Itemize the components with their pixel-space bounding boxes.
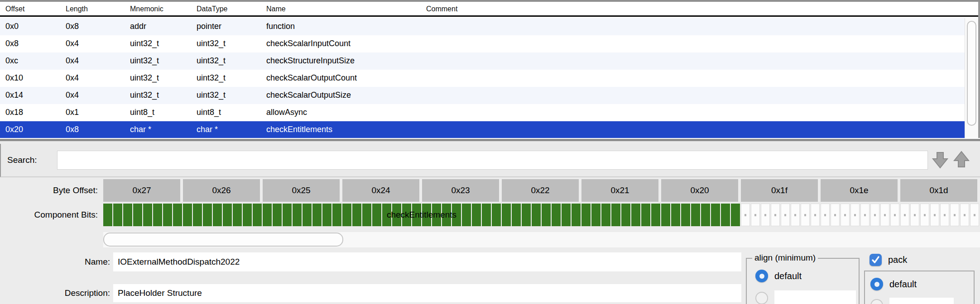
component-bit-filled[interactable]: [701, 204, 710, 226]
table-row-selected[interactable]: 0x20 0x8 char * char * checkEntitlements: [0, 121, 965, 138]
byte-offset-cell[interactable]: 0x22: [502, 179, 579, 202]
component-bit-empty[interactable]: [910, 204, 919, 226]
component-bit-filled[interactable]: [233, 204, 242, 226]
component-bit-filled[interactable]: [422, 204, 431, 226]
column-header-mnemonic[interactable]: Mnemonic: [130, 5, 163, 13]
radio-unselected-icon[interactable]: [870, 299, 883, 304]
component-bit-filled[interactable]: [332, 204, 341, 226]
component-bit-filled[interactable]: [312, 204, 322, 226]
pack-value-field[interactable]: [889, 298, 954, 304]
component-bit-filled[interactable]: [572, 204, 581, 226]
horizontal-scrollbar[interactable]: [103, 232, 980, 247]
component-bit-empty[interactable]: [890, 204, 899, 226]
component-bit-filled[interactable]: [651, 204, 660, 226]
component-bit-filled[interactable]: [621, 204, 630, 226]
column-header-datatype[interactable]: DataType: [197, 5, 227, 13]
component-bit-filled[interactable]: [123, 204, 132, 226]
name-field[interactable]: [113, 252, 741, 271]
component-bit-empty[interactable]: [880, 204, 889, 226]
component-bit-filled[interactable]: [721, 204, 730, 226]
byte-offset-cell[interactable]: 0x1d: [900, 179, 977, 202]
search-input[interactable]: [57, 151, 928, 170]
component-bit-filled[interactable]: [303, 204, 312, 226]
component-bit-filled[interactable]: [691, 204, 700, 226]
component-bit-filled[interactable]: [273, 204, 282, 226]
component-bit-filled[interactable]: [103, 204, 112, 226]
byte-offset-cell[interactable]: 0x24: [342, 179, 419, 202]
table-row[interactable]: 0x0 0x8 addr pointer function: [0, 18, 965, 35]
search-previous-button[interactable]: [951, 150, 971, 170]
component-bit-filled[interactable]: [322, 204, 331, 226]
component-bit-filled[interactable]: [631, 204, 640, 226]
column-header-offset[interactable]: Offset: [5, 5, 24, 13]
component-bit-filled[interactable]: [611, 204, 620, 226]
byte-offset-cell[interactable]: 0x23: [422, 179, 499, 202]
vertical-scrollbar[interactable]: [965, 18, 978, 138]
component-bit-filled[interactable]: [581, 204, 591, 226]
component-bit-filled[interactable]: [213, 204, 222, 226]
component-bit-filled[interactable]: [711, 204, 720, 226]
component-bit-filled[interactable]: [462, 204, 471, 226]
component-bit-filled[interactable]: [412, 204, 421, 226]
component-bit-filled[interactable]: [133, 204, 142, 226]
component-bit-filled[interactable]: [263, 204, 272, 226]
component-bit-empty[interactable]: [870, 204, 879, 226]
description-field[interactable]: [113, 284, 741, 302]
component-bit-filled[interactable]: [432, 204, 441, 226]
component-bit-filled[interactable]: [283, 204, 292, 226]
component-bit-filled[interactable]: [482, 204, 491, 226]
component-bit-filled[interactable]: [402, 204, 411, 226]
component-bit-empty[interactable]: [850, 204, 860, 226]
byte-offset-cell[interactable]: 0x20: [661, 179, 738, 202]
component-bit-empty[interactable]: [801, 204, 810, 226]
byte-offset-cell[interactable]: 0x1e: [821, 179, 898, 202]
component-bit-empty[interactable]: [761, 204, 770, 226]
component-bit-empty[interactable]: [821, 204, 830, 226]
component-bit-filled[interactable]: [731, 204, 740, 226]
radio-selected-icon[interactable]: [755, 270, 768, 282]
byte-offset-cell[interactable]: 0x25: [263, 179, 340, 202]
component-bit-empty[interactable]: [841, 204, 850, 226]
component-bit-filled[interactable]: [532, 204, 541, 226]
pack-default-option[interactable]: default: [870, 278, 917, 290]
component-bit-filled[interactable]: [113, 204, 122, 226]
checkbox-checked-icon[interactable]: [870, 254, 882, 266]
component-bit-filled[interactable]: [522, 204, 531, 226]
component-bit-empty[interactable]: [920, 204, 929, 226]
component-bit-filled[interactable]: [203, 204, 212, 226]
component-bit-filled[interactable]: [442, 204, 451, 226]
byte-offset-cell[interactable]: 0x1f: [741, 179, 818, 202]
search-next-button[interactable]: [930, 150, 950, 170]
table-row[interactable]: 0x8 0x4 uint32_t uint32_t checkScalarInp…: [0, 35, 965, 52]
align-custom-option[interactable]: [755, 290, 856, 304]
component-bit-filled[interactable]: [342, 204, 351, 226]
align-value-field[interactable]: [774, 290, 856, 304]
byte-offset-cell[interactable]: 0x21: [581, 179, 658, 202]
component-bit-empty[interactable]: [860, 204, 870, 226]
panel-splitter[interactable]: [0, 138, 980, 144]
component-bit-empty[interactable]: [970, 204, 979, 226]
byte-offset-cell[interactable]: 0x27: [103, 179, 180, 202]
component-bit-empty[interactable]: [930, 204, 939, 226]
component-bit-filled[interactable]: [372, 204, 381, 226]
component-bit-filled[interactable]: [382, 204, 391, 226]
component-bit-filled[interactable]: [661, 204, 670, 226]
component-bit-filled[interactable]: [143, 204, 152, 226]
component-bit-filled[interactable]: [542, 204, 551, 226]
component-bit-filled[interactable]: [362, 204, 371, 226]
radio-unselected-icon[interactable]: [755, 292, 768, 304]
component-bit-filled[interactable]: [392, 204, 401, 226]
component-bit-filled[interactable]: [183, 204, 192, 226]
component-bit-filled[interactable]: [671, 204, 680, 226]
table-row[interactable]: 0x18 0x1 uint8_t uint8_t allowAsync: [0, 104, 965, 121]
component-bit-empty[interactable]: [791, 204, 800, 226]
component-bit-empty[interactable]: [900, 204, 909, 226]
component-bit-empty[interactable]: [771, 204, 780, 226]
component-bit-filled[interactable]: [601, 204, 610, 226]
component-bit-filled[interactable]: [681, 204, 690, 226]
component-bit-filled[interactable]: [173, 204, 182, 226]
component-bit-filled[interactable]: [452, 204, 461, 226]
component-bit-empty[interactable]: [811, 204, 820, 226]
component-bit-filled[interactable]: [502, 204, 511, 226]
component-bit-empty[interactable]: [940, 204, 949, 226]
